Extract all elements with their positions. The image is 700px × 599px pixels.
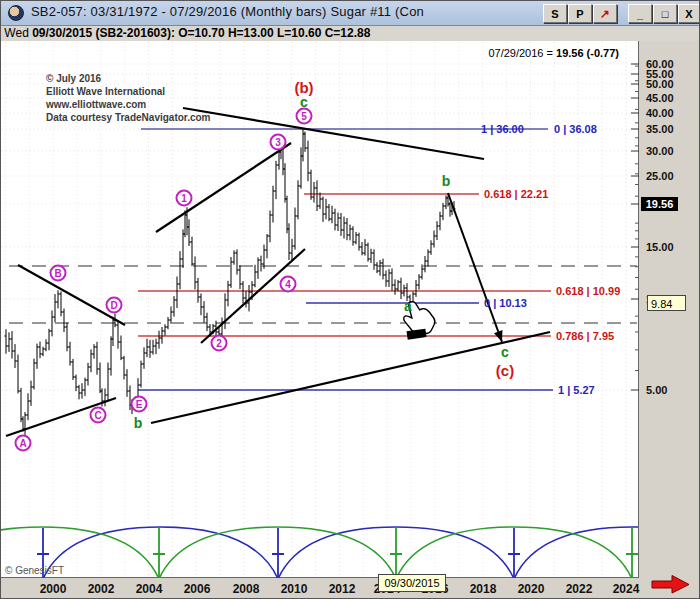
y-axis-label: 35.00 bbox=[646, 123, 674, 135]
x-axis-label: 2024 bbox=[613, 582, 640, 596]
wave-letter-label: b bbox=[442, 173, 451, 189]
app-icon bbox=[8, 5, 24, 21]
wave-letter-label: b bbox=[134, 415, 143, 431]
wave-letter-label: c bbox=[501, 344, 509, 360]
y-axis-label: 45.00 bbox=[646, 92, 674, 104]
chart-window: SB2-057: 03/31/1972 - 07/29/2016 (Monthl… bbox=[0, 0, 700, 599]
y-axis-label: 40.00 bbox=[646, 107, 674, 119]
cursor-date-tooltip: 09/30/2015 bbox=[378, 574, 446, 592]
fib-level-label: 0.618 | 10.99 bbox=[556, 285, 620, 297]
ohlc-values: 09/30/2015 (SB2-201603): O=10.70 H=13.00… bbox=[32, 26, 370, 40]
x-axis-label: 2002 bbox=[88, 582, 115, 596]
minimize-button[interactable]: _ bbox=[628, 4, 652, 23]
wave-letter-label: c bbox=[300, 94, 308, 110]
watermark: © July 2016 Elliott Wave International w… bbox=[46, 72, 211, 124]
watermark-line: www.elliottwave.com bbox=[46, 98, 211, 111]
fib-level-label: 0 | 10.13 bbox=[484, 297, 527, 309]
window-title: SB2-057: 03/31/1972 - 07/29/2016 (Monthl… bbox=[31, 4, 539, 19]
wave-paren-label: (b) bbox=[294, 79, 313, 96]
x-axis-label: 2000 bbox=[40, 582, 67, 596]
ohlc-status-bar: Wed 09/30/2015 (SB2-201603): O=10.70 H=1… bbox=[1, 26, 700, 41]
wave-circle-label: A bbox=[15, 435, 32, 452]
x-axis-label: 2022 bbox=[566, 582, 593, 596]
x-axis-label: 2004 bbox=[136, 582, 163, 596]
x-axis-label: 2018 bbox=[470, 582, 497, 596]
fib-level-label: 0 | 36.08 bbox=[554, 123, 597, 135]
wave-circle-label: C bbox=[90, 407, 107, 424]
title-bar[interactable]: SB2-057: 03/31/1972 - 07/29/2016 (Monthl… bbox=[1, 1, 700, 26]
scroll-right-arrow[interactable] bbox=[652, 576, 689, 594]
y-axis-label: 50.00 bbox=[646, 78, 674, 90]
y-axis-label: 5.00 bbox=[646, 384, 667, 396]
wave-circle-label: 4 bbox=[280, 276, 297, 293]
ohlc-day: Wed bbox=[4, 26, 32, 40]
x-axis-label: 2012 bbox=[329, 582, 356, 596]
wave-circle-label: D bbox=[106, 297, 123, 314]
popout-button[interactable]: ↗ bbox=[593, 4, 617, 23]
fib-level-label: 0.786 | 7.95 bbox=[556, 330, 614, 342]
last-quote: 07/29/2016 = 19.56 (-0.77) bbox=[488, 47, 619, 59]
x-axis-label: 2010 bbox=[281, 582, 308, 596]
wave-circle-label: 5 bbox=[296, 108, 313, 125]
x-axis-label: 2006 bbox=[184, 582, 211, 596]
wave-paren-label: (c) bbox=[496, 362, 514, 379]
x-axis-label: 2020 bbox=[518, 582, 545, 596]
wave-circle-label: 3 bbox=[270, 134, 287, 151]
wave-circle-label: B bbox=[50, 265, 67, 282]
print-button[interactable]: P bbox=[568, 4, 592, 23]
fib-level-label: 1 | 36.00 bbox=[481, 123, 524, 135]
wave-circle-label: 2 bbox=[211, 335, 228, 352]
genesis-credit: © GenesisFT bbox=[5, 565, 64, 576]
settings-button[interactable]: S bbox=[543, 4, 567, 23]
y-axis-label: 15.00 bbox=[646, 241, 674, 253]
wave-circle-label: E bbox=[131, 396, 148, 413]
watermark-line: Elliott Wave International bbox=[46, 85, 211, 98]
x-axis-label: 2008 bbox=[233, 582, 260, 596]
watermark-line: © July 2016 bbox=[46, 72, 211, 85]
y-axis-label: 30.00 bbox=[646, 145, 674, 157]
wave-circle-label: 1 bbox=[176, 190, 193, 207]
wave-letter-label: a bbox=[404, 298, 412, 314]
last-price-badge: 19.56 bbox=[641, 197, 678, 211]
cursor-price-box: 9.84 bbox=[647, 295, 686, 311]
watermark-line: Data courtesy TradeNavigator.com bbox=[46, 111, 211, 124]
fib-level-label: 1 | 5.27 bbox=[558, 384, 595, 396]
close-button[interactable]: X bbox=[678, 4, 700, 23]
y-axis-label: 25.00 bbox=[646, 170, 674, 182]
fib-level-label: 0.618 | 22.21 bbox=[484, 188, 548, 200]
maximize-button[interactable]: □ bbox=[653, 4, 677, 23]
